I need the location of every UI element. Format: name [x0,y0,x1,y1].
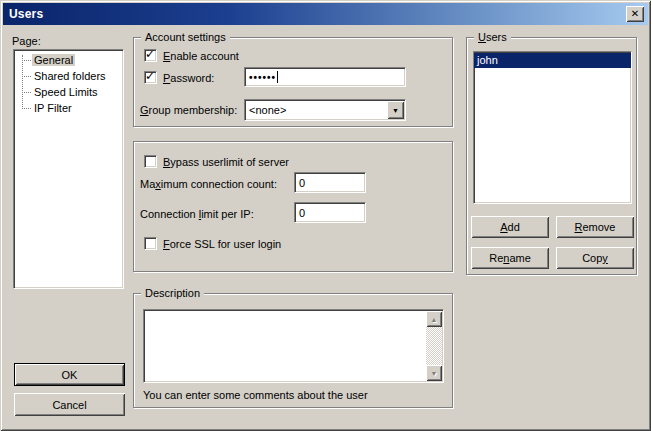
force-ssl-label: Force SSL for user login [163,238,281,250]
add-label: Add [500,221,520,233]
text-caret [277,71,278,83]
checkbox-box: ✓ [144,71,157,84]
scroll-up-button[interactable]: ▲ [426,311,442,327]
group-membership-value: <none> [249,104,286,116]
tree-item-general[interactable]: General [14,52,123,68]
bypass-userlimit-checkbox[interactable]: Bypass userlimit of server [144,155,289,168]
tree-item-label: Speed Limits [32,86,100,98]
remove-label: Remove [575,221,616,233]
account-settings-title: Account settings [141,30,230,44]
max-connections-input[interactable]: 0 [294,172,366,193]
description-hint: You can enter some comments about the us… [143,389,368,401]
max-connections-label: Maximum connection count: [140,178,277,190]
check-icon: ✓ [145,69,155,83]
ip-limit-label: Connection limit per IP: [140,208,254,220]
tree-item-label: IP Filter [32,102,74,114]
group-membership-label: Group membership: [140,104,237,116]
user-name: john [477,54,498,66]
description-group: Description ▲ ▼ You can enter some comme… [133,293,453,408]
force-ssl-checkbox[interactable]: Force SSL for user login [144,237,281,250]
password-label: Password: [163,72,214,84]
dropdown-button[interactable]: ▼ [387,101,404,119]
scroll-down-button[interactable]: ▼ [426,365,442,381]
close-icon: ✕ [631,9,639,19]
tree-item-label: Shared folders [32,70,108,82]
connection-limits-group: Bypass userlimit of server Maximum conne… [133,141,453,272]
tree-item-speed-limits[interactable]: Speed Limits [14,84,123,100]
users-dialog: Users ✕ Page: General Shared folders Spe… [0,0,651,431]
cancel-label: Cancel [52,399,86,411]
rename-label: Rename [489,252,531,264]
description-textarea[interactable]: ▲ ▼ [143,309,444,383]
ip-limit-value: 0 [299,207,305,219]
checkbox-box [144,155,157,168]
rename-user-button[interactable]: Rename [471,247,549,269]
description-scrollbar[interactable]: ▲ ▼ [426,311,442,381]
password-value: •••••• [249,72,276,83]
group-membership-select[interactable]: <none> ▼ [244,99,406,121]
users-group: Users john Add Remove Rename Copy [466,37,637,275]
window-title: Users [3,7,43,21]
ok-label: OK [62,369,78,381]
users-group-title: Users [474,30,511,44]
copy-label: Copy [582,252,608,264]
password-input[interactable]: •••••• [244,67,406,87]
max-connections-value: 0 [299,177,305,189]
account-settings-group: Account settings ✓ Enable account ✓ Pass… [133,37,453,127]
enable-account-checkbox[interactable]: ✓ Enable account [144,49,239,62]
close-button[interactable]: ✕ [626,6,644,22]
add-user-button[interactable]: Add [471,216,549,238]
description-title: Description [141,286,204,300]
scroll-down-icon: ▼ [431,370,438,377]
bypass-userlimit-label: Bypass userlimit of server [163,156,289,168]
checkbox-box [144,237,157,250]
enable-account-label: Enable account [163,50,239,62]
cancel-button[interactable]: Cancel [14,393,125,416]
scroll-up-icon: ▲ [431,316,438,323]
user-list-item-john[interactable]: john [474,53,631,68]
password-checkbox[interactable]: ✓ Password: [144,71,214,84]
page-label: Page: [12,35,41,47]
tree-item-ip-filter[interactable]: IP Filter [14,100,123,116]
title-bar[interactable]: Users ✕ [3,3,648,25]
chevron-down-icon: ▼ [392,107,399,114]
checkbox-box: ✓ [144,49,157,62]
ok-button[interactable]: OK [14,363,125,386]
tree-item-label: General [32,54,75,66]
ip-limit-input[interactable]: 0 [294,202,366,223]
page-tree: General Shared folders Speed Limits IP F… [13,49,124,289]
tree-item-shared-folders[interactable]: Shared folders [14,68,123,84]
remove-user-button[interactable]: Remove [556,216,634,238]
users-list[interactable]: john [473,51,632,204]
check-icon: ✓ [145,47,155,61]
copy-user-button[interactable]: Copy [556,247,634,269]
